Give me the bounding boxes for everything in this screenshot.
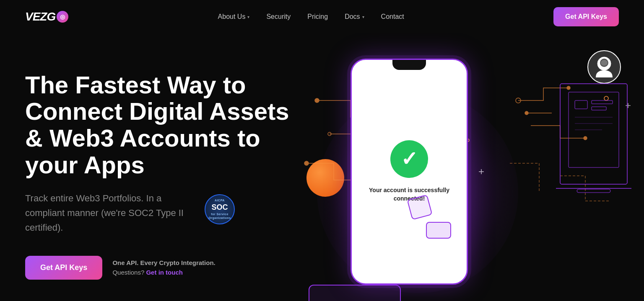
hero-subtitle-row: Track entire Web3 Portfolios. In a compl… — [25, 191, 235, 235]
hero-get-api-keys-button[interactable]: Get API Keys — [25, 256, 102, 280]
orange-ball — [306, 159, 344, 197]
right-structure — [552, 80, 636, 239]
svg-rect-22 — [592, 100, 613, 104]
svg-point-16 — [601, 60, 608, 66]
badge-soc: SOC — [211, 203, 228, 212]
phone-mockup: ✓ Your account is successfully connected… — [351, 59, 468, 285]
nav-links: About Us ▾ Security Pricing Docs ▾ Conta… — [211, 10, 411, 24]
chevron-down-icon: ▾ — [362, 15, 364, 19]
hero-cta-row: Get API Keys One API. Every Crypto Integ… — [25, 256, 310, 280]
hero-cta-text: One API. Every Crypto Integration. Quest… — [112, 258, 215, 277]
hero-tagline-bold: One API. Every Crypto Integration. — [112, 259, 215, 266]
logo[interactable]: VEZG ◎ — [25, 10, 68, 23]
svg-point-0 — [315, 98, 319, 103]
logo-text: VEZG — [25, 10, 55, 23]
hero-title: The Fastest Way to Connect Digital Asset… — [25, 72, 310, 178]
badge-sub: for Service Organizations — [205, 212, 234, 220]
badge-aicpa: AICPA — [215, 198, 225, 202]
device-bottom — [309, 285, 401, 301]
hero-left: The Fastest Way to Connect Digital Asset… — [25, 72, 310, 280]
phone-notch — [392, 60, 426, 70]
svg-point-6 — [516, 98, 521, 103]
soc2-badge: AICPA SOC for Service Organizations — [205, 194, 235, 224]
hero-get-in-touch-link[interactable]: Get in touch — [146, 269, 183, 276]
svg-rect-23 — [592, 107, 606, 110]
nav-contact[interactable]: Contact — [374, 10, 411, 24]
nav-docs[interactable]: Docs ▾ — [338, 10, 371, 24]
chevron-down-icon: ▾ — [247, 15, 249, 19]
hero-section: The Fastest Way to Connect Digital Asset… — [0, 33, 644, 301]
svg-point-2 — [328, 132, 331, 136]
nav-get-api-keys-button[interactable]: Get API Keys — [553, 7, 619, 26]
phone-check-circle: ✓ — [390, 140, 428, 178]
svg-rect-17 — [560, 84, 627, 184]
hero-visual: + + ✓ Your — [267, 33, 644, 301]
nav-security[interactable]: Security — [260, 10, 297, 24]
svg-point-4 — [525, 111, 528, 115]
hero-tagline: Questions? — [112, 269, 144, 276]
hero-subtitle-text: Track entire Web3 Portfolios. In a compl… — [25, 191, 198, 235]
nav-about-us[interactable]: About Us ▾ — [211, 10, 257, 24]
check-icon: ✓ — [401, 149, 418, 169]
svg-rect-21 — [575, 100, 587, 109]
logo-icon: ◎ — [57, 11, 68, 23]
deco-circle-1 — [426, 222, 451, 239]
navigation: VEZG ◎ About Us ▾ Security Pricing Docs … — [0, 0, 644, 33]
nav-pricing[interactable]: Pricing — [301, 10, 335, 24]
robot-icon — [587, 50, 621, 84]
svg-rect-20 — [577, 189, 610, 193]
